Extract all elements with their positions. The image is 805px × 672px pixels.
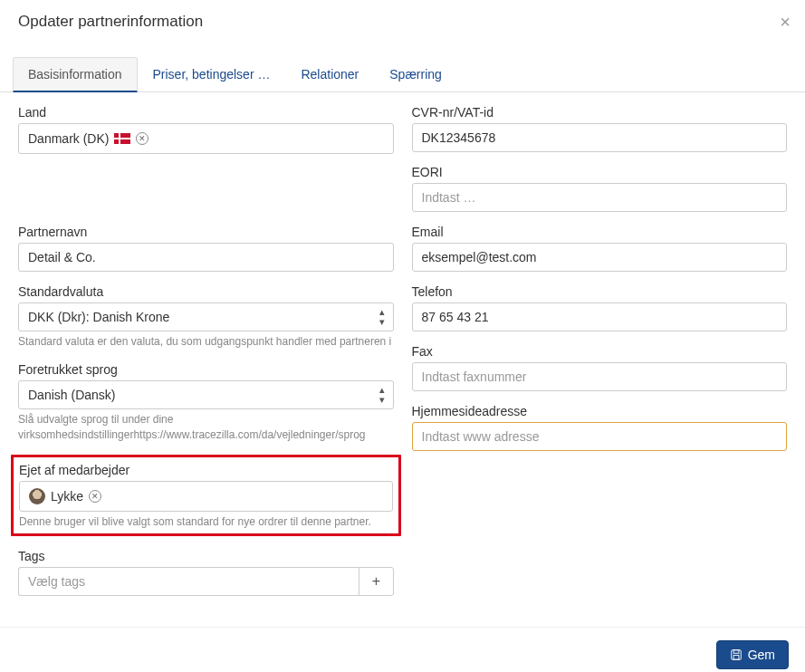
eori-label: EORI: [412, 165, 788, 179]
save-button[interactable]: Gem: [716, 640, 789, 669]
land-label: Land: [18, 105, 394, 120]
cvr-input[interactable]: [412, 123, 788, 152]
land-input[interactable]: Danmark (DK) ✕: [18, 123, 394, 154]
close-button[interactable]: ×: [780, 13, 791, 31]
telefon-input[interactable]: [412, 302, 788, 331]
avatar-icon: [29, 488, 45, 504]
ejet-label: Ejet af medarbejder: [19, 463, 393, 477]
ejet-clear-icon[interactable]: ✕: [89, 490, 101, 503]
cvr-label: CVR-nr/VAT-id: [412, 105, 788, 120]
hjemmeside-input[interactable]: [412, 422, 788, 451]
svg-rect-1: [733, 650, 739, 654]
tab-priser[interactable]: Priser, betingelser …: [138, 57, 286, 92]
flag-dk-icon: [114, 133, 130, 144]
ejet-input[interactable]: Lykke ✕: [19, 481, 393, 512]
partnernavn-input[interactable]: [18, 243, 394, 272]
sprog-help: Slå udvalgte sprog til under dine virkso…: [18, 412, 394, 443]
modal-title: Opdater partnerinformation: [18, 13, 203, 31]
valuta-select[interactable]: [18, 302, 394, 331]
save-icon: [730, 648, 743, 661]
valuta-help: Standard valuta er den valuta, du som ud…: [18, 334, 394, 350]
fax-input[interactable]: [412, 362, 788, 391]
eori-input[interactable]: [412, 183, 788, 212]
valuta-label: Standardvaluta: [18, 284, 394, 299]
close-icon: ×: [780, 12, 791, 32]
ejet-highlight: Ejet af medarbejder Lykke ✕ Denne bruger…: [11, 455, 401, 536]
tags-label: Tags: [18, 549, 394, 563]
add-tag-button[interactable]: +: [359, 567, 393, 596]
sprog-label: Foretrukket sprog: [18, 362, 394, 377]
tab-spaerring[interactable]: Spærring: [374, 57, 457, 92]
tab-basisinformation[interactable]: Basisinformation: [13, 57, 138, 92]
plus-icon: +: [372, 573, 380, 589]
land-value: Danmark (DK): [28, 131, 109, 146]
hjemmeside-label: Hjemmesideadresse: [412, 404, 788, 418]
tags-input[interactable]: [18, 567, 359, 596]
svg-rect-0: [731, 650, 741, 660]
ejet-help: Denne bruger vil blive valgt som standar…: [19, 514, 393, 530]
save-label: Gem: [748, 648, 775, 662]
tab-relationer[interactable]: Relationer: [285, 57, 374, 92]
email-input[interactable]: [412, 243, 788, 272]
sprog-select[interactable]: [18, 380, 394, 409]
email-label: Email: [412, 225, 788, 239]
partnernavn-label: Partnernavn: [18, 225, 394, 239]
svg-rect-2: [733, 656, 739, 660]
telefon-label: Telefon: [412, 284, 788, 299]
tabs: Basisinformation Priser, betingelser … R…: [0, 56, 805, 92]
land-clear-icon[interactable]: ✕: [136, 132, 149, 145]
ejet-value: Lykke: [51, 489, 83, 504]
fax-label: Fax: [412, 344, 788, 359]
